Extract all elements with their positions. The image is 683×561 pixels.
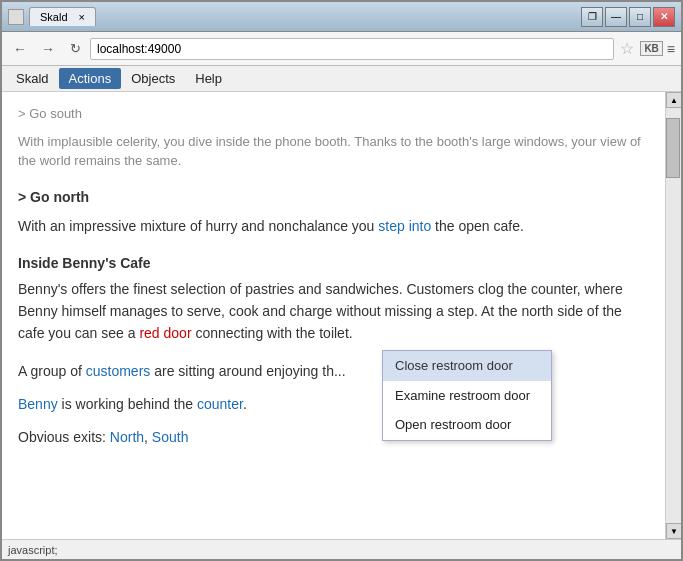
context-menu-item-close[interactable]: Close restroom door <box>383 351 551 381</box>
menu-item-objects[interactable]: Objects <box>121 68 185 89</box>
exit-south[interactable]: South <box>152 429 189 445</box>
context-menu-item-examine[interactable]: Examine restroom door <box>383 381 551 411</box>
scroll-thumb[interactable] <box>666 118 680 178</box>
menu-item-actions[interactable]: Actions <box>59 68 122 89</box>
browser-window: Skald × ❐ — □ ✕ ← → ↻ ☆ KB ≡ Skald Actio… <box>0 0 683 561</box>
maximize-button[interactable]: □ <box>629 7 651 27</box>
benny-line: Benny is working behind the counter. <box>18 394 649 415</box>
main-content: > Go south With implausible celerity, yo… <box>2 92 665 539</box>
desc2-highlight: step into <box>378 218 431 234</box>
scroll-up-button[interactable]: ▲ <box>666 92 681 108</box>
window-icon <box>8 9 24 25</box>
desc2-part1: With an impressive mixture of hurry and … <box>18 218 378 234</box>
menu-bar: Skald Actions Objects Help <box>2 66 681 92</box>
scroll-down-button[interactable]: ▼ <box>666 523 681 539</box>
browser-tab[interactable]: Skald × <box>29 7 96 26</box>
context-menu: Close restroom door Examine restroom doo… <box>382 350 552 441</box>
customers-part3: are sitting around enjoying th... <box>150 363 345 379</box>
scrollbar[interactable]: ▲ ▼ <box>665 92 681 539</box>
context-menu-item-open[interactable]: Open restroom door <box>383 410 551 440</box>
url-input[interactable] <box>90 38 614 60</box>
counter-link[interactable]: counter <box>197 396 243 412</box>
red-door-text: red door <box>139 325 191 341</box>
browser-menu-icon[interactable]: ≡ <box>667 41 675 57</box>
exit-north[interactable]: North <box>110 429 144 445</box>
tab-title: Skald <box>40 11 68 23</box>
menu-item-skald[interactable]: Skald <box>6 68 59 89</box>
close-button[interactable]: ✕ <box>653 7 675 27</box>
command2: > Go north <box>18 187 649 208</box>
content-wrapper: > Go south With implausible celerity, yo… <box>2 92 681 539</box>
desc1: With implausible celerity, you dive insi… <box>18 132 649 171</box>
minimize-button[interactable]: — <box>605 7 627 27</box>
scroll-track[interactable] <box>666 108 681 523</box>
exits-label: Obvious exits: <box>18 429 110 445</box>
benny-part2: is working behind the <box>58 396 197 412</box>
address-bar: ← → ↻ ☆ KB ≡ <box>2 32 681 66</box>
menu-item-help[interactable]: Help <box>185 68 232 89</box>
customers-part1: A group of <box>18 363 86 379</box>
command1: > Go south <box>18 104 649 124</box>
location-desc-part3: connecting with the toilet. <box>192 325 353 341</box>
tab-close-icon[interactable]: × <box>79 11 85 23</box>
status-bar: javascript; <box>2 539 681 559</box>
forward-button[interactable]: → <box>36 38 60 60</box>
customers-line: A group of customers are sitting around … <box>18 361 649 382</box>
benny-link[interactable]: Benny <box>18 396 58 412</box>
exits-sep: , <box>144 429 152 445</box>
window-controls: ❐ — □ ✕ <box>581 7 675 27</box>
restore-button[interactable]: ❐ <box>581 7 603 27</box>
location-desc: Benny's offers the finest selection of p… <box>18 278 649 345</box>
back-button[interactable]: ← <box>8 38 32 60</box>
title-bar: Skald × ❐ — □ ✕ <box>2 2 681 32</box>
customers-link[interactable]: customers <box>86 363 151 379</box>
refresh-button[interactable]: ↻ <box>64 38 86 60</box>
benny-part4: . <box>243 396 247 412</box>
desc2-part3: the open cafe. <box>431 218 524 234</box>
bookmark-icon[interactable]: ☆ <box>620 39 634 58</box>
desc2: With an impressive mixture of hurry and … <box>18 216 649 237</box>
kb-badge: KB <box>640 41 662 56</box>
location-title: Inside Benny's Cafe <box>18 253 649 274</box>
status-text: javascript; <box>8 544 58 556</box>
exits-line: Obvious exits: North, South <box>18 427 649 448</box>
